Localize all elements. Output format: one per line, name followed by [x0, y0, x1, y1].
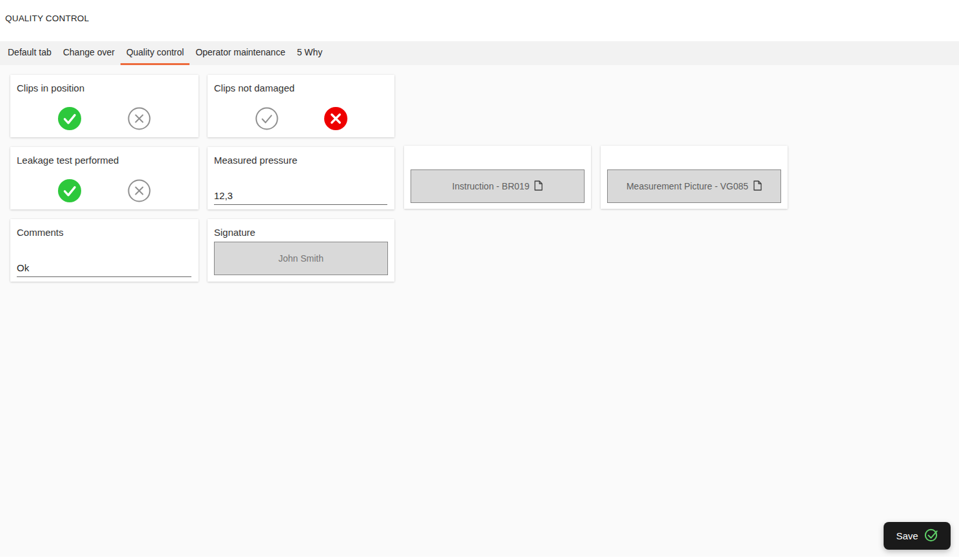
tab-operator-maintenance[interactable]: Operator maintenance	[189, 41, 291, 65]
comments-input[interactable]	[17, 261, 191, 277]
instruction-document-button[interactable]: Instruction - BR019	[411, 169, 585, 203]
card-measurement-picture: Measurement Picture - VG085	[601, 146, 788, 209]
card-clips-not-damaged: Clips not damaged	[208, 75, 394, 137]
card-clips-in-position: Clips in position	[10, 75, 199, 137]
tab-quality-control[interactable]: Quality control	[121, 41, 189, 65]
instruction-button-label: Instruction - BR019	[452, 181, 530, 191]
card-label: Comments	[17, 227, 64, 238]
card-comments: Comments	[10, 219, 199, 282]
content-area	[0, 65, 959, 557]
card-instruction: Instruction - BR019	[404, 146, 591, 209]
card-label: Signature	[214, 227, 255, 238]
measurement-picture-button[interactable]: Measurement Picture - VG085	[607, 169, 781, 203]
pass-choice-selected-icon[interactable]	[58, 179, 81, 202]
card-measured-pressure: Measured pressure	[208, 147, 394, 209]
signature-button[interactable]: John Smith	[214, 242, 388, 275]
tab-default-tab[interactable]: Default tab	[2, 41, 57, 65]
pass-choice-unselected-icon[interactable]	[255, 107, 278, 130]
signature-name: John Smith	[278, 253, 324, 264]
card-label: Measured pressure	[214, 155, 297, 166]
page-title: QUALITY CONTROL	[5, 14, 89, 23]
document-icon	[753, 180, 762, 193]
save-button-label: Save	[896, 530, 918, 541]
fail-choice-selected-icon[interactable]	[324, 107, 347, 130]
pass-fail-choice-row	[10, 107, 199, 130]
card-signature: Signature John Smith	[208, 219, 394, 282]
bottom-edge	[0, 557, 959, 560]
measurement-picture-button-label: Measurement Picture - VG085	[626, 181, 748, 191]
fail-choice-unselected-icon[interactable]	[128, 179, 151, 202]
pass-fail-choice-row	[10, 179, 199, 202]
save-button[interactable]: Save	[884, 522, 951, 550]
tab-change-over[interactable]: Change over	[57, 41, 121, 65]
card-label: Clips not damaged	[214, 82, 295, 93]
card-label: Clips in position	[17, 82, 84, 93]
card-label: Leakage test performed	[17, 155, 119, 166]
quality-control-screen: QUALITY CONTROL Default tab Change over …	[0, 0, 959, 560]
pass-choice-selected-icon[interactable]	[58, 107, 81, 130]
fail-choice-unselected-icon[interactable]	[128, 107, 151, 130]
pass-fail-choice-row	[208, 107, 394, 130]
tab-5-why[interactable]: 5 Why	[291, 41, 329, 65]
document-icon	[534, 180, 543, 193]
tab-bar: Default tab Change over Quality control …	[0, 41, 959, 65]
measured-pressure-input[interactable]	[214, 189, 387, 205]
card-leakage-test-performed: Leakage test performed	[10, 147, 199, 209]
circle-check-icon	[924, 528, 938, 544]
